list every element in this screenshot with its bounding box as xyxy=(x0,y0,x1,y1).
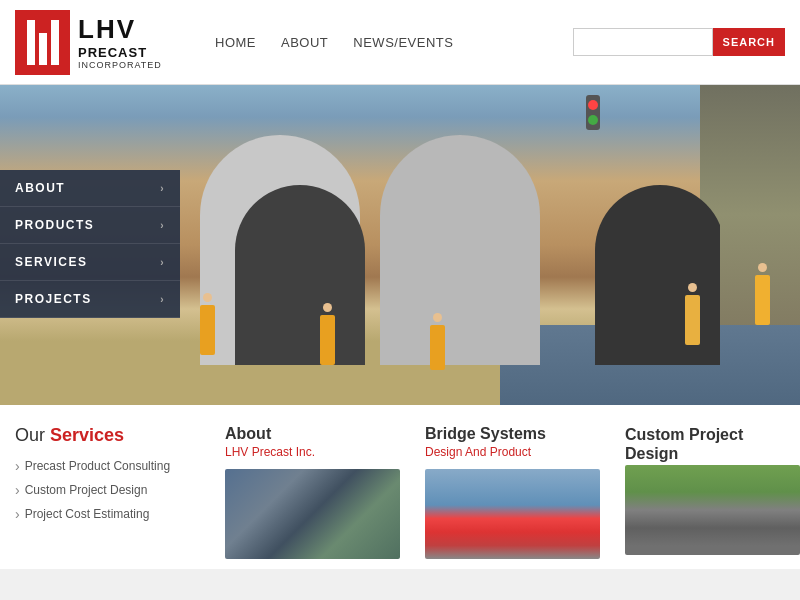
about-thumbnail xyxy=(225,469,400,559)
hero-section: ABOUT › PRODUCTS › SERVICES › PROJECTS › xyxy=(0,85,800,405)
logo-text-area: LHV PRECAST INCORPORATED xyxy=(78,14,162,70)
custom-title: Custom Project Design xyxy=(625,425,800,463)
chevron-right-icon: › xyxy=(160,257,165,268)
arch-right xyxy=(380,135,540,365)
arch-opening-right xyxy=(595,185,720,365)
service-link-custom-design[interactable]: Custom Project Design xyxy=(15,482,210,498)
about-subtitle: LHV Precast Inc. xyxy=(225,445,410,459)
logo-graphic xyxy=(15,10,70,75)
worker-4 xyxy=(685,295,700,345)
bridge-title: Bridge Systems xyxy=(425,425,610,443)
side-menu-services[interactable]: SERVICES › xyxy=(0,244,180,281)
nav-home[interactable]: HOME xyxy=(215,35,256,50)
search-button[interactable]: SEARCH xyxy=(713,28,785,56)
chevron-right-icon: › xyxy=(160,220,165,231)
chevron-right-icon: › xyxy=(160,294,165,305)
logo-incorporated: INCORPORATED xyxy=(78,60,162,70)
worker-5 xyxy=(755,275,770,325)
side-menu-about[interactable]: ABOUT › xyxy=(0,170,180,207)
chevron-right-icon: › xyxy=(160,183,165,194)
logo-area: LHV PRECAST INCORPORATED xyxy=(15,10,195,75)
service-link-cost-estimating[interactable]: Project Cost Estimating xyxy=(15,506,210,522)
side-menu: ABOUT › PRODUCTS › SERVICES › PROJECTS › xyxy=(0,170,180,318)
logo-lhv: LHV xyxy=(78,14,162,45)
search-area: SEARCH xyxy=(573,28,785,56)
header: LHV PRECAST INCORPORATED HOME ABOUT NEWS… xyxy=(0,0,800,85)
services-heading: Our Services xyxy=(15,425,210,446)
nav-about[interactable]: ABOUT xyxy=(281,35,328,50)
custom-column: Custom Project Design xyxy=(625,425,800,559)
logo-precast: PRECAST xyxy=(78,45,162,60)
worker-3 xyxy=(430,325,445,370)
nav-news-events[interactable]: NEWS/EVENTS xyxy=(353,35,453,50)
traffic-light xyxy=(586,95,600,130)
worker-2 xyxy=(320,315,335,365)
about-column: About LHV Precast Inc. xyxy=(225,425,425,559)
bridge-column: Bridge Systems Design And Product xyxy=(425,425,625,559)
side-menu-projects[interactable]: PROJECTS › xyxy=(0,281,180,318)
arch-opening-left xyxy=(235,185,365,365)
worker-1 xyxy=(200,305,215,355)
content-section: Our Services Precast Product Consulting … xyxy=(0,405,800,569)
search-input[interactable] xyxy=(573,28,713,56)
services-column: Our Services Precast Product Consulting … xyxy=(15,425,225,559)
bridge-thumbnail xyxy=(425,469,600,559)
about-title: About xyxy=(225,425,410,443)
custom-thumbnail xyxy=(625,465,800,555)
side-menu-products[interactable]: PRODUCTS › xyxy=(0,207,180,244)
service-link-consulting[interactable]: Precast Product Consulting xyxy=(15,458,210,474)
bridge-subtitle: Design And Product xyxy=(425,445,610,459)
tunnel-arch xyxy=(180,105,720,365)
main-nav: HOME ABOUT NEWS/EVENTS xyxy=(195,35,573,50)
arch-left xyxy=(200,135,360,365)
